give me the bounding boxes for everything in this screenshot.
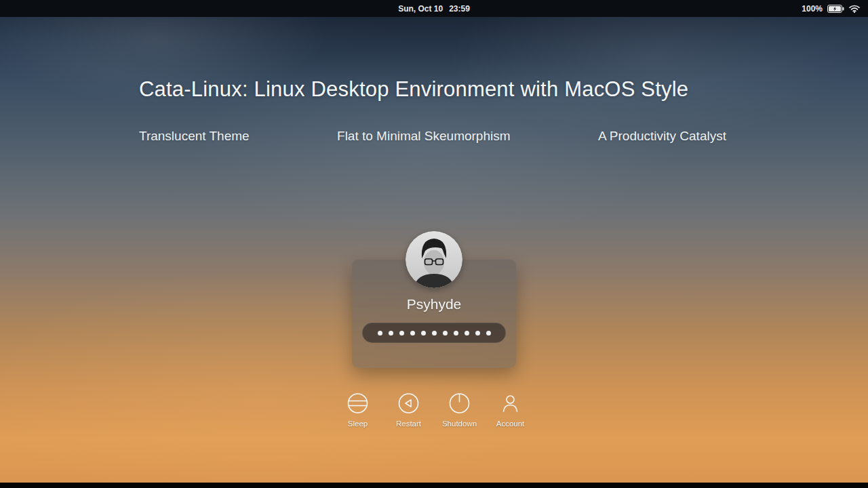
restart-button[interactable]: Restart (387, 391, 431, 428)
shutdown-button[interactable]: Shutdown (438, 391, 481, 428)
feature-translucent-theme: Translucent Theme (139, 129, 250, 144)
restart-label: Restart (396, 420, 421, 428)
shutdown-label: Shutdown (442, 420, 477, 428)
account-button[interactable]: Account (489, 391, 532, 428)
clock-date: Sun, Oct 10 (398, 4, 443, 14)
feature-list: Translucent Theme Flat to Minimal Skeumo… (139, 129, 726, 144)
sleep-icon (346, 391, 370, 415)
shutdown-icon (448, 391, 472, 415)
password-dot (421, 331, 426, 336)
username-label: Psyhyde (352, 296, 516, 312)
account-icon (498, 391, 523, 415)
password-dot (432, 331, 437, 336)
menu-bar-clock: Sun, Oct 10 23:59 (398, 4, 470, 14)
password-dot (399, 331, 404, 336)
hero: Cata-Linux: Linux Desktop Environment wi… (139, 77, 726, 144)
password-dot (465, 331, 469, 336)
session-actions: Sleep Restart Shutdown (336, 391, 532, 428)
password-dot (443, 331, 448, 336)
password-dot (389, 331, 393, 336)
battery-icon (827, 5, 844, 13)
password-dot (475, 331, 480, 336)
password-dot (410, 331, 415, 336)
wifi-icon (849, 5, 860, 13)
login-screen: Sun, Oct 10 23:59 100% (0, 0, 868, 488)
sleep-label: Sleep (348, 420, 368, 428)
battery-percent-label: 100% (802, 4, 823, 14)
feature-productivity-catalyst: A Productivity Catalyst (598, 129, 726, 144)
bottom-letterbox (0, 483, 868, 488)
clock-time: 23:59 (449, 4, 470, 14)
menu-bar: Sun, Oct 10 23:59 100% (0, 0, 868, 17)
user-avatar[interactable] (406, 231, 462, 288)
menu-bar-status: 100% (802, 4, 868, 14)
password-input[interactable] (362, 323, 506, 343)
password-dot (454, 331, 458, 336)
page-title: Cata-Linux: Linux Desktop Environment wi… (139, 77, 726, 102)
sleep-button[interactable]: Sleep (336, 391, 380, 428)
password-dot (378, 331, 382, 336)
feature-flat-skeumorphism: Flat to Minimal Skeumorphism (337, 129, 511, 144)
password-dot (486, 331, 491, 336)
account-label: Account (496, 420, 525, 428)
restart-icon (397, 391, 421, 415)
